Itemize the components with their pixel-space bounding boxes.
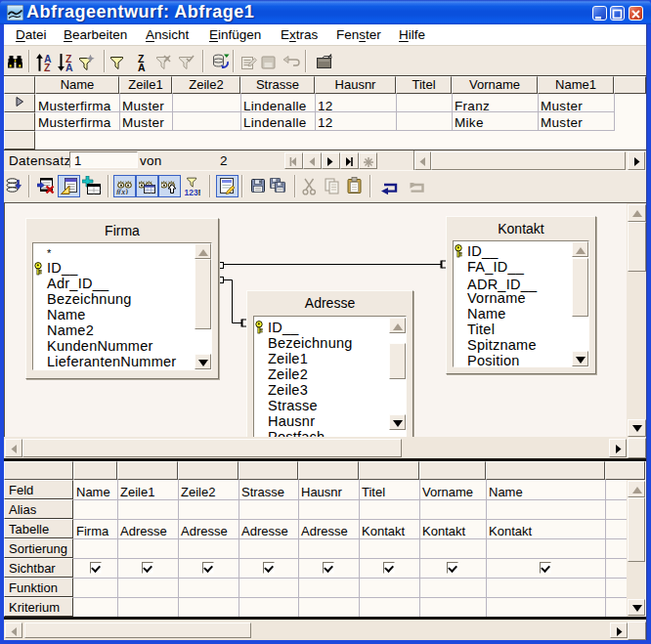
svg-text:123: 123 <box>185 188 198 196</box>
svg-text:!: ! <box>198 188 201 196</box>
svg-text:A: A <box>65 62 73 72</box>
svg-text:Z: Z <box>44 62 51 72</box>
svg-text:A: A <box>138 62 146 72</box>
svg-text:f(x): f(x) <box>116 187 128 195</box>
